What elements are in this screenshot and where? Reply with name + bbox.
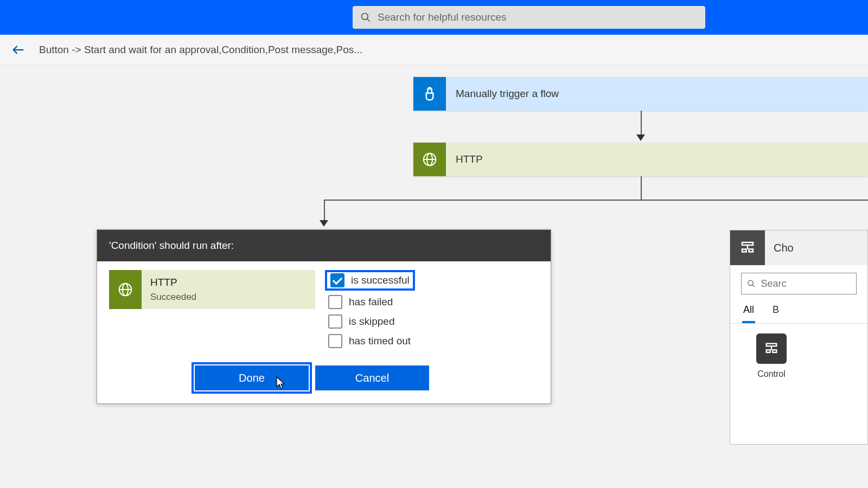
action-picker: Cho All B Control [730,230,868,445]
connector [324,200,868,201]
cancel-button[interactable]: Cancel [315,365,429,390]
search-icon [747,279,756,288]
option-label: has timed out [349,335,411,347]
connector [324,200,325,221]
picker-title: Cho [765,242,794,254]
tab-builtin[interactable]: B [771,300,780,323]
checkbox-icon[interactable] [328,295,342,309]
trigger-label: Manually trigger a flow [446,77,868,111]
svg-point-0 [362,14,368,20]
svg-point-14 [748,280,753,285]
control-icon [730,230,765,265]
breadcrumb-text: Button -> Start and wait for an approval… [39,44,362,56]
option-is-skipped[interactable]: is skipped [325,313,415,330]
svg-point-3 [429,88,431,89]
arrowhead-icon [320,220,328,227]
picker-tabs: All B [730,300,867,324]
svg-rect-12 [742,249,746,252]
flow-canvas[interactable]: Manually trigger a flow HTTP 'Condition'… [0,65,868,488]
picker-search[interactable] [741,273,857,294]
tab-all[interactable]: All [742,300,755,323]
option-is-successful[interactable]: is successful [325,270,415,291]
connector-item-label: Control [757,369,786,379]
connector-item-control[interactable]: Control [750,333,793,379]
option-label: has failed [349,296,393,308]
connector [641,111,642,134]
global-search-input[interactable] [378,11,698,23]
run-after-title: 'Condition' should run after: [97,230,551,261]
connector [641,176,642,200]
breadcrumb-bar: Button -> Start and wait for an approval… [0,35,868,65]
svg-rect-19 [773,350,776,352]
svg-rect-18 [767,350,770,352]
previous-step-status: Succeeded [150,292,196,303]
top-bar [0,0,868,35]
picker-search-input[interactable] [761,278,851,290]
option-has-failed[interactable]: has failed [325,294,415,310]
checkbox-icon[interactable] [330,273,344,287]
run-after-panel: 'Condition' should run after: HTTP Succe… [97,229,551,404]
global-search[interactable] [353,6,705,29]
svg-rect-16 [767,344,777,346]
control-icon [756,333,787,364]
svg-rect-13 [749,249,754,252]
option-has-timed-out[interactable]: has timed out [325,333,415,349]
arrowhead-icon [636,134,645,141]
svg-rect-10 [742,242,753,245]
globe-icon [413,143,446,176]
touch-icon [413,77,446,111]
option-label: is successful [351,274,410,286]
http-label: HTTP [446,143,868,176]
trigger-card[interactable]: Manually trigger a flow [413,77,868,111]
search-icon [360,12,371,23]
http-card[interactable]: HTTP [413,143,868,176]
back-arrow-icon[interactable] [11,42,26,57]
run-after-options: is successful has failed is skipped has … [325,270,415,349]
svg-line-15 [752,285,755,287]
globe-icon [109,270,142,309]
checkbox-icon[interactable] [328,314,342,329]
previous-step-card[interactable]: HTTP Succeeded [109,270,315,309]
option-label: is skipped [349,316,395,328]
checkbox-icon[interactable] [328,334,342,348]
svg-line-1 [367,19,370,22]
done-button[interactable]: Done [195,365,309,390]
previous-step-name: HTTP [150,277,196,288]
